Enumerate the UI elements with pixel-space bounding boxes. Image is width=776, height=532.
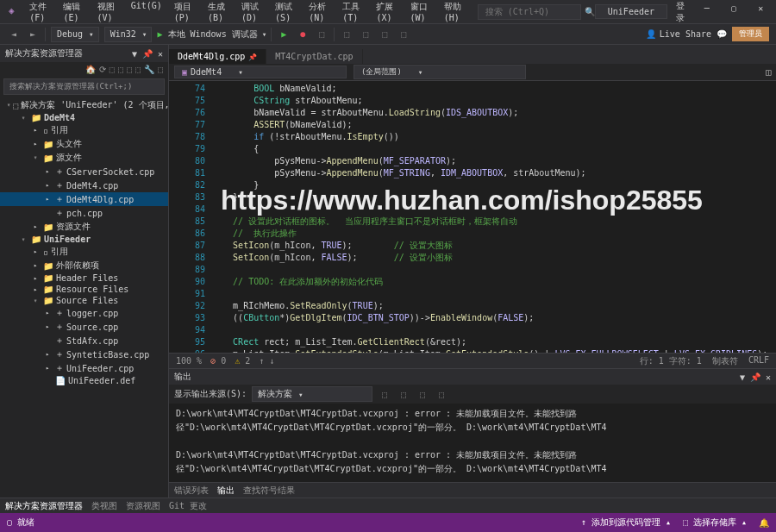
editor-tab[interactable]: DdeMt4Dlg.cpp📌 [169,49,266,64]
tb-icon-7[interactable]: ⬚ [397,28,410,41]
repo-select-button[interactable]: ⬚ 选择存储库 ▴ [683,516,747,529]
split-icon[interactable]: ◫ [766,67,771,77]
notification-icon[interactable]: 🔔 [759,518,769,528]
sync-icon[interactable]: ⟳ [99,65,106,74]
feedback-icon[interactable]: 💬 [715,28,729,41]
platform-dropdown[interactable]: Win32 [104,27,153,42]
menu-Git(G)[interactable]: Git(G) [126,0,167,26]
close-button[interactable]: ✕ [749,3,773,21]
menu-调试(D)[interactable]: 调试(D) [236,0,268,26]
output-content[interactable]: D:\work\mt4\MT4CryptDat\MT4CryptDat.vcxp… [169,404,776,482]
menu-编辑(E)[interactable]: 编辑(E) [58,0,90,26]
config-dropdown[interactable]: Debug [51,27,99,42]
line-ending[interactable]: CRLF [748,355,769,367]
tb-icon-2[interactable]: ● [296,28,310,41]
nav-back-icon[interactable]: ◄ [7,28,21,41]
tree-item[interactable]: ▸＋UniFeeder.cpp [0,361,168,375]
tree-item[interactable]: ▸▫引用 [0,245,168,259]
tree-item[interactable]: ▿📁DdeMt4 [0,112,168,123]
output-tab[interactable]: 输出 [217,485,235,497]
tb-icon-4[interactable]: ⬚ [340,28,354,41]
menu-帮助(H)[interactable]: 帮助(H) [439,0,471,26]
output-panel: 输出 ▼ 📌 ✕ 显示输出来源(S): 解决方案 ⬚ ⬚ ⬚ ⬚ D:\work… [169,368,776,482]
tree-item[interactable]: 📄UniFeeder.def [0,375,168,386]
menu-文件(F)[interactable]: 文件(F) [24,0,56,26]
tb-b-icon[interactable]: ⬚ [118,65,123,74]
tool-tab[interactable]: 解决方案资源管理器 [5,500,83,512]
tree-item[interactable]: ▿📁Source Files [0,295,168,306]
source-control-button[interactable]: ↑ 添加到源代码管理 ▴ [581,516,671,529]
liveshare-icon: 👤 [646,29,656,39]
editor-area: DdeMt4Dlg.cpp📌MT4CryptDat.cpp ▣DdeMt4 (全… [169,45,776,498]
tb-icon-6[interactable]: ⬚ [378,28,391,41]
menu-生成(B)[interactable]: 生成(B) [203,0,235,26]
home-icon[interactable]: 🏠 [85,65,96,74]
tb-e-icon[interactable]: ⬚ [158,65,163,74]
sidebar-pin-icon[interactable]: 📌 [142,49,153,59]
tb-icon-1[interactable]: ▶ [277,28,291,41]
tb-a-icon[interactable]: ⬚ [110,65,115,74]
tree-item[interactable]: ＋StdAfx.cpp [0,334,168,347]
tool-tab[interactable]: Git 更改 [169,500,207,512]
tb-icon-3[interactable]: ⬚ [315,28,329,41]
tree-item[interactable]: ▸📁资源文件 [0,220,168,234]
out-tb-2[interactable]: ⬚ [397,387,410,401]
search-input[interactable] [478,4,581,20]
tree-item[interactable]: ▸＋DdeMt4Dlg.cpp [0,192,168,206]
tree-item[interactable]: ▿📁源文件 [0,151,168,165]
menu-测试(S)[interactable]: 测试(S) [270,0,302,26]
solution-label: 解决方案 'UniFeeder' (2 个项目, 共 3 个) [21,99,168,111]
tree-item[interactable]: ▸📁Resource Files [0,284,168,295]
menu-项目(P)[interactable]: 项目(P) [169,0,201,26]
tool-tab[interactable]: 资源视图 [126,500,160,512]
tb-d-icon[interactable]: ⬚ [135,65,141,74]
code-editor[interactable]: https://www.huzhan.com/ishop25855 747576… [169,81,776,353]
tree-item[interactable]: ▸▫引用 [0,123,168,137]
play-icon[interactable]: ▶ [157,29,162,39]
liveshare-button[interactable]: Live Share [660,29,711,39]
output-tab[interactable]: 错误列表 [174,485,209,497]
tree-item[interactable]: ▸＋logger.cpp [0,306,168,320]
minimize-button[interactable]: ─ [695,3,718,21]
out-tb-4[interactable]: ⬚ [435,387,448,401]
wrench-icon[interactable]: 🔧 [144,65,154,74]
tree-item[interactable]: ▸📁Header Files [0,272,168,284]
output-source-dropdown[interactable]: 解决方案 [252,386,372,402]
nav-fwd-icon[interactable]: ► [26,28,40,41]
out-tb-1[interactable]: ⬚ [378,387,391,401]
tree-item[interactable]: ▸📁外部依赖项 [0,259,168,272]
out-dropdown-icon[interactable]: ▼ [740,372,745,382]
func-dropdown[interactable]: (全局范围) [354,65,526,79]
tree-item[interactable]: ▸＋CServerSocket.cpp [0,165,168,178]
indent-mode[interactable]: 制表符 [712,355,738,367]
tree-item[interactable]: ▿📁UniFeeder [0,234,168,245]
tree-item[interactable]: ▸＋Source.cpp [0,320,168,334]
scope-dropdown[interactable]: ▣DdeMt4 [174,66,347,78]
tree-item[interactable]: ▸＋DdeMt4.cpp [0,178,168,192]
login-link[interactable]: 登录 [676,0,692,24]
zoom-level[interactable]: 100 % [176,356,202,366]
tb-icon-5[interactable]: ⬚ [359,28,372,41]
menu-工具(T)[interactable]: 工具(T) [337,0,369,26]
maximize-button[interactable]: ▢ [722,3,745,21]
solution-node[interactable]: ▿⬚ 解决方案 'UniFeeder' (2 个项目, 共 3 个) [0,98,168,112]
out-close-icon[interactable]: ✕ [766,372,771,382]
menu-窗口(W)[interactable]: 窗口(W) [405,0,437,26]
tree-item[interactable]: ＋pch.cpp [0,206,168,220]
out-pin-icon[interactable]: 📌 [750,372,760,382]
editor-tab[interactable]: MT4CryptDat.cpp [266,49,362,64]
run-label[interactable]: 本地 Windows 调试器 [168,28,258,41]
menu-扩展(X)[interactable]: 扩展(X) [371,0,403,26]
output-tab[interactable]: 查找符号结果 [243,485,295,497]
out-tb-3[interactable]: ⬚ [416,387,429,401]
sidebar-close-icon[interactable]: ✕ [158,49,163,59]
tool-tab[interactable]: 类视图 [91,500,117,512]
tb-c-icon[interactable]: ⬚ [127,65,132,74]
tree-item[interactable]: ▸📁头文件 [0,137,168,151]
cursor-pos: 行: 1 字符: 1 [640,355,702,367]
sidebar-search[interactable]: 搜索解决方案资源管理器(Ctrl+;) [3,78,165,95]
tree-item[interactable]: ▸＋SynteticBase.cpp [0,347,168,361]
menu-分析(N)[interactable]: 分析(N) [304,0,335,26]
sidebar-dropdown-icon[interactable]: ▼ [132,49,137,59]
menu-视图(V)[interactable]: 视图(V) [92,0,124,26]
